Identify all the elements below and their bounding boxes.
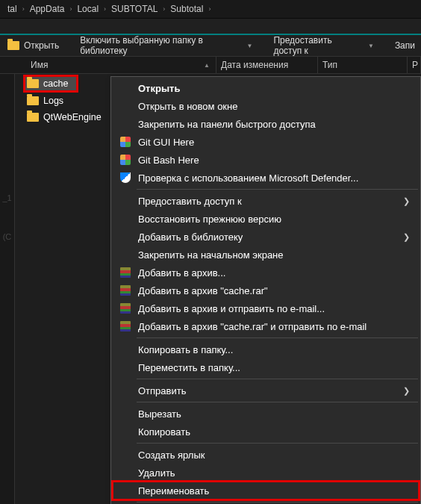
menu-give-access[interactable]: Предоставить доступ к❯ <box>113 192 419 210</box>
menu-open-new-window[interactable]: Открыть в новом окне <box>113 97 419 115</box>
folder-icon <box>27 79 39 88</box>
crumb-seg[interactable]: Local <box>75 4 100 14</box>
chevron-right-icon: › <box>159 5 169 13</box>
menu-rar-cache[interactable]: Добавить в архив "cache.rar" <box>113 281 419 299</box>
menu-label: Предоставить доступ к <box>138 196 242 207</box>
menu-separator <box>137 189 418 190</box>
menu-rar-cache-email[interactable]: Добавить в архив "cache.rar" и отправить… <box>113 317 419 335</box>
chevron-right-icon: › <box>100 5 110 13</box>
shield-icon <box>119 171 132 184</box>
folder-icon <box>27 96 39 105</box>
menu-copy[interactable]: Копировать <box>113 423 419 441</box>
open-label: Открыть <box>24 40 59 51</box>
rar-icon <box>119 302 132 315</box>
submenu-arrow-icon: ❯ <box>403 232 410 242</box>
menu-rar-email[interactable]: Добавить в архив и отправить по e-mail..… <box>113 299 419 317</box>
submenu-arrow-icon: ❯ <box>403 196 410 206</box>
sidebar: _1 (С <box>0 74 15 504</box>
menu-delete[interactable]: Удалить <box>113 464 419 482</box>
menu-label: Отправить <box>138 385 186 396</box>
file-name: QtWebEngine <box>43 112 102 122</box>
rar-icon <box>119 320 132 333</box>
menu-add-to-library[interactable]: Добавить в библиотеку❯ <box>113 228 419 246</box>
menu-label: Добавить в архив и отправить по e-mail..… <box>138 303 325 314</box>
dropdown-icon: ▼ <box>246 43 252 49</box>
menu-rename[interactable]: Переименовать <box>113 482 419 500</box>
context-menu: Открыть Открыть в новом окне Закрепить н… <box>110 76 421 504</box>
file-row-cache[interactable]: cache <box>24 75 78 92</box>
menu-label: Добавить в архив "cache.rar" и отправить… <box>138 321 367 332</box>
share-access-button[interactable]: Предоставить доступ к ▼ <box>267 32 379 59</box>
menu-move-to[interactable]: Переместить в папку... <box>113 358 419 376</box>
menu-defender-scan[interactable]: Проверка с использованием Microsoft Defe… <box>113 169 419 187</box>
burn-label: Запи <box>395 40 415 51</box>
col-size[interactable]: Р <box>408 57 421 73</box>
menu-restore-previous[interactable]: Восстановить прежнюю версию <box>113 210 419 228</box>
col-name-label: Имя <box>31 60 48 70</box>
chevron-right-icon: › <box>19 5 28 13</box>
menu-separator <box>137 443 418 444</box>
menu-label: Добавить в библиотеку <box>138 231 243 243</box>
menu-label: Добавить в архив "cache.rar" <box>138 285 268 296</box>
folder-icon <box>27 113 39 122</box>
git-icon <box>119 135 132 149</box>
rar-icon <box>119 266 132 279</box>
menu-separator <box>137 379 418 379</box>
share-label: Предоставить доступ к <box>273 35 362 56</box>
menu-open[interactable]: Открыть <box>113 79 419 97</box>
menu-separator <box>137 337 418 338</box>
file-name: Logs <box>43 96 63 106</box>
breadcrumb[interactable]: tal› AppData› Local› SUBTOTAL› Subtotal› <box>0 0 421 19</box>
menu-label: Git GUI Here <box>138 137 194 148</box>
menu-separator <box>137 402 418 402</box>
folder-icon <box>7 41 19 50</box>
sort-icon: ▲ <box>204 62 210 69</box>
include-lib-label: Включить выбранную папку в библиотеку <box>80 35 240 56</box>
menu-cut[interactable]: Вырезать <box>113 405 419 423</box>
crumb-seg[interactable]: AppData <box>28 4 66 14</box>
include-library-button[interactable]: Включить выбранную папку в библиотеку ▼ <box>74 32 258 59</box>
menu-label: Добавить в архив... <box>138 267 225 279</box>
toolbar: Открыть Включить выбранную папку в библи… <box>0 35 421 56</box>
menu-rar-add[interactable]: Добавить в архив... <box>113 264 419 281</box>
submenu-arrow-icon: ❯ <box>403 386 410 396</box>
chevron-right-icon: › <box>66 5 75 13</box>
file-name: cache <box>43 78 68 89</box>
crumb-seg[interactable]: tal <box>6 4 19 14</box>
col-date[interactable]: Дата изменения <box>216 57 318 73</box>
menu-label: Git Bash Here <box>138 155 199 166</box>
sidebar-mark: (С <box>0 232 14 241</box>
sidebar-mark: _1 <box>0 193 14 202</box>
chevron-right-icon: › <box>205 5 214 13</box>
menu-git-bash[interactable]: Git Bash Here <box>113 151 419 169</box>
burn-button[interactable]: Запи <box>389 37 421 54</box>
menu-separator <box>137 502 418 503</box>
open-button[interactable]: Открыть <box>1 37 65 54</box>
crumb-seg[interactable]: Subtotal <box>169 4 205 14</box>
menu-pin-start[interactable]: Закрепить на начальном экране <box>113 246 419 264</box>
menu-git-gui[interactable]: Git GUI Here <box>113 133 419 151</box>
menu-copy-to[interactable]: Копировать в папку... <box>113 340 419 358</box>
menu-send-to[interactable]: Отправить❯ <box>113 382 419 399</box>
rar-icon <box>119 284 132 297</box>
menu-label: Проверка с использованием Microsoft Defe… <box>138 172 358 184</box>
dropdown-icon: ▼ <box>368 43 374 49</box>
column-headers: Имя▲ Дата изменения Тип Р <box>0 56 421 74</box>
git-icon <box>119 153 132 167</box>
menu-pin-quick-access[interactable]: Закрепить на панели быстрого доступа <box>113 115 419 133</box>
menu-create-shortcut[interactable]: Создать ярлык <box>113 446 419 464</box>
crumb-seg[interactable]: SUBTOTAL <box>110 4 159 14</box>
col-name[interactable]: Имя▲ <box>26 57 216 73</box>
col-type[interactable]: Тип <box>318 57 408 73</box>
